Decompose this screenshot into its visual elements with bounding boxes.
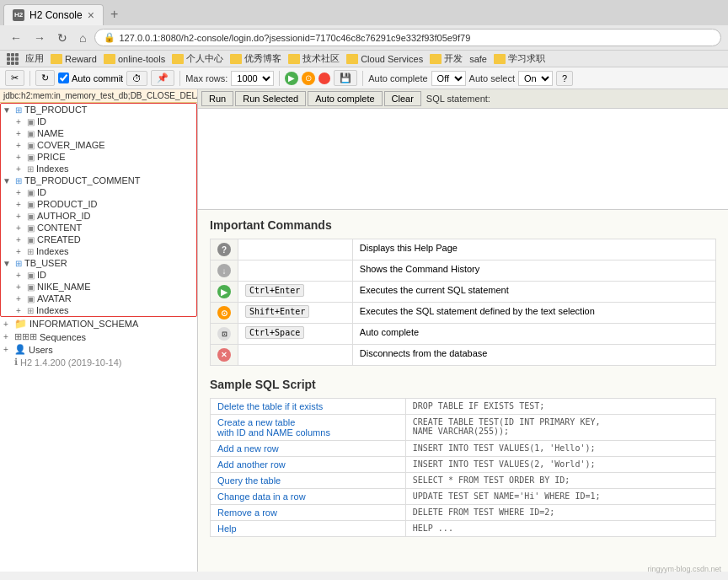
sql-editor[interactable] bbox=[198, 109, 728, 210]
sample-action-select[interactable]: Query the table bbox=[211, 473, 406, 489]
sample-action-create[interactable]: Create a new tablewith ID and NAME colum… bbox=[211, 415, 406, 441]
table-icon: ⊞ bbox=[15, 259, 22, 268]
sample-action-update[interactable]: Change data in a row bbox=[211, 489, 406, 505]
expand-tb-user[interactable]: ▼ bbox=[1, 259, 13, 268]
col-created[interactable]: + ▣ CREATED bbox=[13, 234, 196, 245]
cmd-shortcut-space: Ctrl+Space bbox=[238, 324, 353, 345]
cmd-shortcut-disc bbox=[238, 345, 353, 366]
bookmark-cloud[interactable]: Cloud Services bbox=[346, 54, 423, 64]
sample-code-delete: DELETE FROM TEST WHERE ID=2; bbox=[405, 505, 715, 521]
cmd-shortcut-run: Ctrl+Enter bbox=[238, 282, 353, 303]
expand-indexes[interactable]: + bbox=[13, 164, 24, 174]
help-icon: ? bbox=[217, 243, 231, 256]
tree-tb-product-comment[interactable]: ▼ ⊞ TB_PRODUCT_COMMENT bbox=[1, 175, 196, 186]
refresh-button[interactable]: ↻ bbox=[54, 30, 71, 46]
autocommit-label: Auto commit bbox=[72, 73, 123, 83]
col-nike-name[interactable]: + ▣ NIKE_NAME bbox=[13, 281, 196, 293]
autocomplete-select[interactable]: Off On bbox=[431, 71, 466, 86]
run-sql-button[interactable]: Run bbox=[201, 91, 233, 106]
cmd-desc-history: Shows the Command History bbox=[352, 260, 715, 282]
auto-complete-button[interactable]: Auto complete bbox=[308, 91, 382, 106]
tree-users[interactable]: + 👤 Users bbox=[0, 343, 197, 356]
col-name-product[interactable]: + ▣ NAME bbox=[13, 127, 196, 139]
sample-action-insert1[interactable]: Add a new row bbox=[211, 441, 406, 457]
bookmark-dev[interactable]: 开发 bbox=[430, 52, 463, 65]
back-button[interactable]: ← bbox=[7, 30, 25, 46]
toolbar-scissors[interactable]: ✂ bbox=[5, 70, 24, 86]
col-cover-image[interactable]: + ▣ COVER_IMAGE bbox=[13, 139, 196, 151]
tab-close-button[interactable]: × bbox=[88, 8, 94, 22]
url-box[interactable]: 🔒 127.0.0.1:8080/h2-console/login.do?jse… bbox=[94, 29, 721, 46]
sample-code-select: SELECT * FROM TEST ORDER BY ID; bbox=[405, 473, 715, 489]
autocommit-input[interactable] bbox=[58, 72, 69, 83]
sample-action-insert2[interactable]: Add another row bbox=[211, 457, 406, 473]
toolbar-save[interactable]: 💾 bbox=[334, 70, 357, 86]
history-icon: ↓ bbox=[217, 264, 231, 277]
col-content[interactable]: + ▣ CONTENT bbox=[13, 222, 196, 234]
bookmark-safe[interactable]: safe bbox=[469, 54, 487, 64]
col-id-user[interactable]: + ▣ ID bbox=[13, 269, 196, 281]
autoselect-label: Auto select bbox=[469, 73, 515, 83]
toolbar-pin[interactable]: 📌 bbox=[151, 70, 174, 86]
stop-button[interactable] bbox=[318, 72, 330, 84]
cmd-shortcut-history bbox=[238, 260, 353, 282]
run-button-yellow[interactable]: ⊙ bbox=[302, 72, 315, 85]
col-icon: ▣ bbox=[27, 129, 35, 138]
bookmark-blog[interactable]: 优秀博客 bbox=[230, 52, 281, 65]
sample-row-delete: Remove a row DELETE FROM TEST WHERE ID=2… bbox=[211, 505, 716, 521]
sep1 bbox=[29, 71, 30, 86]
table-icon: ⊞ bbox=[15, 105, 22, 115]
bookmark-apps[interactable]: 应用 bbox=[25, 52, 44, 65]
col-author-id[interactable]: + ▣ AUTHOR_ID bbox=[13, 210, 196, 222]
tab-bar: H2 H2 Console × + bbox=[0, 0, 728, 25]
sample-action-drop[interactable]: Delete the table if it exists bbox=[211, 399, 406, 415]
tree-sequences[interactable]: + ⊞⊞⊞ Sequences bbox=[0, 330, 197, 343]
indexes-product[interactable]: + ⊞ Indexes bbox=[13, 163, 196, 175]
indexes-icon: ⊞ bbox=[27, 164, 34, 174]
expand-price[interactable]: + bbox=[13, 153, 24, 162]
forward-button[interactable]: → bbox=[30, 30, 49, 46]
cmd-row-sel: ⊙ Shift+Enter Executes the SQL statement… bbox=[211, 303, 716, 324]
expand-tb-product[interactable]: ▼ bbox=[1, 105, 13, 115]
col-price[interactable]: + ▣ PRICE bbox=[13, 151, 196, 163]
new-tab-button[interactable]: + bbox=[104, 3, 125, 25]
sample-row-drop: Delete the table if it exists DROP TABLE… bbox=[211, 399, 716, 415]
bookmark-tech[interactable]: 技术社区 bbox=[288, 52, 340, 65]
autocommit-checkbox[interactable]: Auto commit bbox=[58, 72, 123, 83]
col-id-comment[interactable]: + ▣ ID bbox=[13, 186, 196, 198]
toolbar-refresh[interactable]: ↻ bbox=[35, 70, 55, 86]
maxrows-select[interactable]: 1000 500 100 bbox=[231, 71, 274, 86]
expand-cover[interactable]: + bbox=[13, 141, 24, 150]
bookmark-online-tools[interactable]: online-tools bbox=[104, 54, 165, 64]
connection-label[interactable]: jdbc:h2:mem:in_memory_test_db;DB_CLOSE_D… bbox=[0, 89, 197, 103]
expand-tb-comment[interactable]: ▼ bbox=[1, 176, 13, 185]
run-button-green[interactable]: ▶ bbox=[285, 72, 298, 85]
bookmark-personal[interactable]: 个人中心 bbox=[172, 52, 223, 65]
active-tab[interactable]: H2 H2 Console × bbox=[3, 4, 104, 25]
tree-tb-user[interactable]: ▼ ⊞ TB_USER bbox=[1, 257, 196, 269]
clear-button[interactable]: Clear bbox=[384, 91, 421, 106]
toolbar-help[interactable]: ? bbox=[556, 71, 573, 86]
sample-action-delete[interactable]: Remove a row bbox=[211, 505, 406, 521]
indexes-user[interactable]: + ⊞ Indexes bbox=[13, 304, 196, 316]
autoselect-select[interactable]: On Off bbox=[518, 71, 553, 86]
cmd-desc-sel: Executes the SQL statement defined by th… bbox=[352, 303, 715, 324]
bookmark-learn[interactable]: 学习求职 bbox=[494, 52, 545, 65]
cmd-row-run: ▶ Ctrl+Enter Executes the current SQL st… bbox=[211, 282, 716, 303]
right-panel: Run Run Selected Auto complete Clear SQL… bbox=[198, 89, 728, 572]
apps-button[interactable] bbox=[7, 53, 19, 65]
sample-action-help[interactable]: Help bbox=[211, 521, 406, 537]
run-selected-button[interactable]: Run Selected bbox=[235, 91, 306, 106]
tree-tb-product[interactable]: ▼ ⊞ TB_PRODUCT bbox=[1, 104, 196, 115]
indexes-comment[interactable]: + ⊞ Indexes bbox=[13, 245, 196, 257]
expand-id[interactable]: + bbox=[13, 117, 24, 126]
toolbar-history[interactable]: ⏱ bbox=[126, 71, 147, 86]
bookmark-reward[interactable]: Reward bbox=[51, 54, 97, 64]
tree-info-schema[interactable]: + 📁 INFORMATION_SCHEMA bbox=[0, 317, 197, 330]
expand-name[interactable]: + bbox=[13, 129, 24, 138]
bookmarks-bar: 应用 Reward online-tools 个人中心 优秀博客 技术社区 Cl… bbox=[0, 50, 728, 67]
col-product-id[interactable]: + ▣ PRODUCT_ID bbox=[13, 198, 196, 210]
col-avatar[interactable]: + ▣ AVATAR bbox=[13, 293, 196, 304]
col-id-product[interactable]: + ▣ ID bbox=[13, 115, 196, 127]
home-button[interactable]: ⌂ bbox=[76, 30, 89, 46]
